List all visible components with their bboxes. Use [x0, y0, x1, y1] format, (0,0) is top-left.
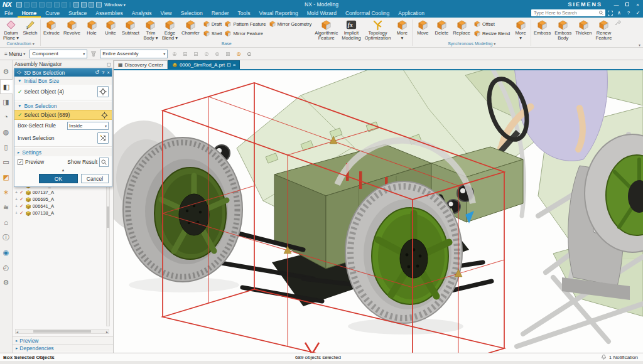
copy-icon[interactable] [46, 2, 52, 8]
emboss-body-button[interactable]: Emboss Body [553, 18, 573, 41]
cancel-button[interactable]: Cancel [81, 174, 109, 183]
dialog-close-icon[interactable]: × [107, 70, 110, 75]
draft-button[interactable]: Draft [203, 20, 222, 28]
algorithmic-feature-button[interactable]: Algorithmic Feature [313, 18, 340, 41]
dialog-header[interactable]: 3D Box Selection ↺ ? × [14, 68, 112, 77]
touch-mode-icon[interactable] [81, 2, 87, 8]
topology-optimization-button[interactable]: Topology Optimization [363, 18, 393, 41]
info-icon[interactable]: ⓘ [1, 230, 12, 245]
save-icon[interactable] [16, 2, 22, 8]
menu-tab-render[interactable]: Render [207, 9, 234, 18]
replace-face-button[interactable]: Replace [451, 18, 472, 36]
pattern-feature-button[interactable]: Pattern Feature [224, 20, 266, 28]
command-search[interactable] [531, 9, 605, 16]
cut-icon[interactable] [39, 2, 45, 8]
thicken-button[interactable]: Thicken [573, 18, 593, 36]
fullscreen-icon[interactable] [607, 10, 613, 16]
dependencies-section[interactable]: ▸Dependencies [13, 344, 113, 351]
restore-button[interactable] [622, 0, 632, 9]
menu-tab-assemblies[interactable]: Assemblies [91, 9, 127, 18]
layers-icon[interactable]: ◩ [1, 169, 12, 185]
selection-scope-dropdown[interactable]: Entire Assembly▾ [100, 50, 168, 58]
offset-region-button[interactable]: Offset [473, 20, 510, 28]
redo-icon[interactable] [31, 2, 37, 8]
revolve-button[interactable]: Revolve [62, 18, 82, 36]
cloud-icon[interactable]: ≋ [1, 200, 12, 215]
star-icon[interactable] [62, 2, 67, 8]
magnet-icon[interactable]: ⊟ [192, 51, 200, 57]
snap-point-icon[interactable]: ⊕ [170, 51, 178, 57]
minimize-ribbon-icon[interactable]: ∧ [615, 10, 623, 16]
notification-area[interactable]: 1 Notification [600, 354, 638, 361]
reset-icon[interactable]: ↺ [95, 70, 99, 75]
edge-blend-button[interactable]: Edge Blend ▾ [160, 18, 180, 41]
gear-icon[interactable]: ⚙ [1, 64, 12, 79]
paste-icon[interactable] [54, 2, 60, 8]
window-caret-icon[interactable]: ▾ [124, 3, 126, 7]
sphere-icon[interactable]: ⊛ [213, 51, 221, 57]
alerts-icon[interactable]: ◍ [1, 124, 12, 139]
tools-icon[interactable]: ⚙ [1, 275, 12, 290]
menu-tab-home[interactable]: Home [18, 9, 41, 18]
clipboard-icon[interactable]: ⊞ [181, 51, 189, 57]
window-menu[interactable]: Window [104, 2, 122, 8]
3d-viewport[interactable] [114, 69, 643, 353]
group-label-construction[interactable]: Construction ▾ [1, 41, 40, 47]
datum-plane-button[interactable]: Datum Plane ▾ [1, 18, 21, 41]
sketch-button[interactable]: Sketch [21, 18, 40, 36]
base-more-button[interactable]: More ▾ [392, 18, 411, 41]
preview-checkbox[interactable]: ✓ [18, 159, 23, 165]
extrude-button[interactable]: Extrude [41, 18, 62, 36]
history-icon[interactable]: ◴ [1, 260, 12, 275]
menu-tab-view[interactable]: View [156, 9, 176, 18]
menu-tab-tools[interactable]: Tools [234, 9, 255, 18]
motion-navigator-icon[interactable]: ◔ [1, 109, 12, 124]
minimize-button[interactable]: — [611, 0, 622, 9]
subtract-button[interactable]: Subtract [120, 18, 141, 36]
selection-filter-icon[interactable] [90, 50, 97, 58]
float-window-icon[interactable]: ◻ [107, 62, 111, 67]
section-initial-box-size[interactable]: ▼Initial Box Size [14, 77, 112, 85]
mirror-geometry-button[interactable]: Mirror Geometry [269, 20, 312, 28]
hole-button[interactable]: Hole [82, 18, 101, 36]
move-face-button[interactable]: Move [413, 18, 432, 36]
menu-tab-visual-reporting[interactable]: Visual Reporting [254, 9, 302, 18]
wand-icon[interactable]: ⊘ [202, 51, 210, 57]
unite-button[interactable]: Unite [101, 18, 120, 36]
part-column-icon[interactable]: ▯ [1, 139, 12, 154]
microphone-icon[interactable] [73, 2, 79, 8]
scroll-left-icon[interactable]: ◂ [16, 329, 18, 334]
undo-icon[interactable] [24, 2, 30, 8]
view-orient-icon[interactable]: ⊙ [245, 51, 253, 57]
pin-icon[interactable]: ⊡ [227, 62, 231, 68]
delete-face-button[interactable]: Delete [432, 18, 451, 36]
constraint-navigator-icon[interactable]: ◨ [1, 94, 12, 109]
window-icon[interactable] [96, 2, 102, 8]
menu-tab-conformal-cooling[interactable]: Conformal Cooling [341, 9, 394, 18]
mirror-feature-button[interactable]: Mirror Feature [224, 29, 266, 37]
point-constructor-icon[interactable]: ⊠ [224, 51, 232, 57]
show-result-button[interactable] [99, 158, 109, 167]
tree-row[interactable]: + ✓ 007138_A [15, 210, 54, 217]
renew-feature-button[interactable]: Renew Feature [594, 18, 614, 41]
customize-wrench-icon[interactable] [614, 19, 621, 26]
preview-section[interactable]: ▸Preview [13, 336, 113, 344]
vertical-scrollbar[interactable] [106, 182, 110, 326]
web-browser-icon[interactable]: ◉ [1, 245, 12, 260]
synchronous-more-button[interactable]: More ▾ [511, 18, 530, 41]
chamfer-button[interactable]: Chamfer [180, 18, 202, 36]
command-finder-check-icon[interactable]: ✓ [634, 10, 642, 16]
tab-part-simrod[interactable]: 0000_SimRod_A.prt ⊡ × [168, 60, 240, 69]
menu-tab-selection[interactable]: Selection [176, 9, 207, 18]
dialog-help-icon[interactable]: ? [102, 70, 104, 75]
close-button[interactable]: × [632, 0, 643, 9]
section-settings[interactable]: ▸Settings [14, 148, 112, 156]
implicit-modeling-button[interactable]: Implicit Modeling [340, 18, 362, 41]
window-stack-icon[interactable] [89, 2, 94, 8]
resize-blend-button[interactable]: Resize Blend [473, 29, 510, 37]
help-icon[interactable]: ? [625, 10, 632, 16]
section-box-selection[interactable]: ▼Box Selection [14, 102, 112, 110]
shell-button[interactable]: Shell [203, 29, 222, 37]
menu-tab-surface[interactable]: Surface [64, 9, 91, 18]
ribbon-options-caret-icon[interactable]: ▾ [639, 43, 640, 47]
